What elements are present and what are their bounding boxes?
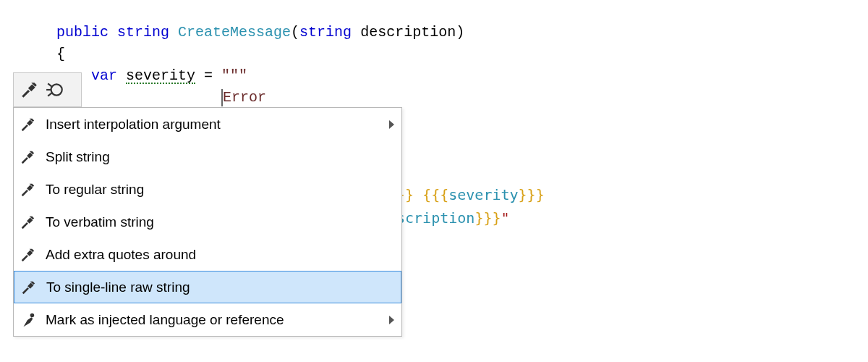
raw-string-open: """	[221, 67, 247, 84]
menu-item-verbatim-string[interactable]: To verbatim string	[14, 206, 401, 238]
keyword-public: public	[56, 24, 109, 41]
menu-label: Insert interpolation argument	[46, 117, 380, 132]
hammer-icon	[18, 180, 37, 199]
menu-item-single-line-raw[interactable]: To single-line raw string	[14, 271, 401, 303]
menu-item-regular-string[interactable]: To regular string	[14, 173, 401, 206]
menu-label: To regular string	[46, 182, 394, 198]
pin-icon	[18, 311, 37, 329]
menu-label: To verbatim string	[46, 214, 394, 230]
interpolation-preview: }} {{{severity}}} scription}}}"	[396, 183, 545, 230]
quick-action-toolbar[interactable]	[13, 72, 82, 107]
menu-item-insert-interpolation[interactable]: Insert interpolation argument	[14, 108, 401, 140]
quick-actions-menu: Insert interpolation argument Split stri…	[13, 107, 402, 337]
hammer-icon	[19, 278, 38, 297]
param-name: description	[360, 24, 456, 41]
method-name: CreateMessage	[178, 24, 291, 41]
menu-label: Split string	[46, 149, 394, 165]
chevron-right-icon	[389, 316, 394, 324]
svg-point-4	[30, 313, 34, 317]
bulb-icon[interactable]	[46, 80, 64, 99]
variable-severity: severity	[126, 70, 195, 84]
param-type: string	[299, 24, 352, 41]
svg-line-3	[48, 93, 51, 96]
chevron-right-icon	[389, 120, 394, 129]
menu-label: Add extra quotes around	[46, 247, 394, 263]
equals: =	[195, 67, 221, 84]
svg-point-0	[51, 84, 62, 95]
hammer-icon[interactable]	[20, 80, 38, 99]
hammer-icon	[18, 115, 37, 134]
string-content: Error	[223, 89, 266, 106]
hammer-icon	[18, 213, 37, 232]
keyword-var: var	[91, 67, 117, 84]
menu-label: Mark as injected language or reference	[46, 312, 380, 328]
hammer-icon	[18, 148, 37, 167]
menu-item-extra-quotes[interactable]: Add extra quotes around	[14, 238, 401, 271]
menu-item-mark-injected[interactable]: Mark as injected language or reference	[14, 303, 401, 336]
menu-item-split-string[interactable]: Split string	[14, 140, 401, 173]
menu-label: To single-line raw string	[46, 279, 393, 295]
svg-line-1	[48, 83, 51, 86]
hammer-icon	[18, 245, 37, 264]
brace-open: {	[56, 46, 65, 62]
keyword-string: string	[117, 24, 169, 41]
